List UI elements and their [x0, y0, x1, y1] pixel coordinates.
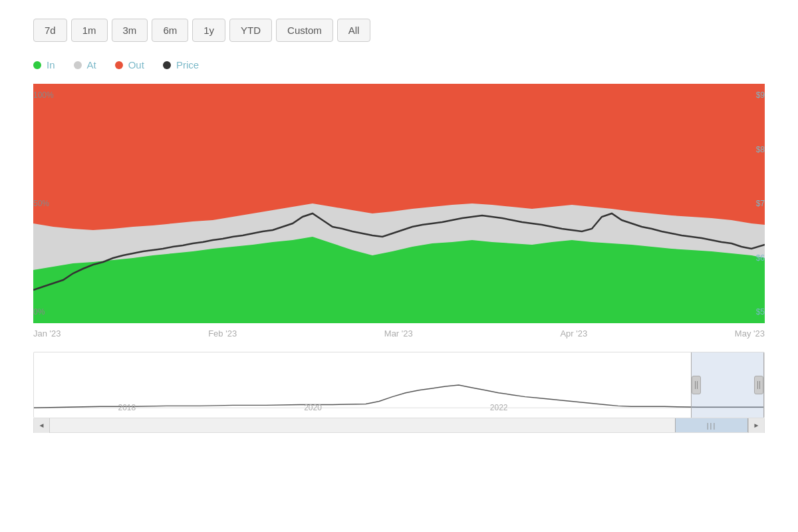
scroll-thumb-icon: ||| — [707, 422, 717, 430]
legend-item-price: Price — [163, 59, 199, 70]
navigator-svg — [34, 352, 764, 418]
navigator-handle-right[interactable] — [754, 376, 763, 394]
chart-svg — [33, 84, 765, 323]
y-axis-right: $9 $8 $7 $6 $5 — [756, 84, 765, 323]
legend-dot-in — [33, 61, 41, 69]
navigator-handle-left[interactable] — [692, 376, 701, 394]
navigator-scrollbar: ◄ ||| ► — [33, 418, 765, 433]
main-chart: 100% 50% 0% $9 $8 $7 $6 $5 — [33, 84, 765, 323]
y-axis-left: 100% 50% 0% — [33, 84, 54, 323]
scroll-track: ||| — [50, 418, 748, 432]
y-label-9: $9 — [756, 90, 765, 100]
time-btn-custom[interactable]: Custom — [276, 19, 333, 42]
legend-dot-at — [74, 61, 82, 69]
time-btn-ytd[interactable]: YTD — [229, 19, 272, 42]
y-label-8: $8 — [756, 145, 765, 154]
legend-label-price: Price — [176, 59, 199, 70]
x-label-apr: Apr '23 — [560, 329, 587, 338]
legend-dot-price — [163, 61, 171, 69]
time-btn-all[interactable]: All — [337, 19, 371, 42]
navigator-selection[interactable] — [691, 352, 764, 418]
time-range-bar: 7d1m3m6m1yYTDCustomAll — [0, 0, 798, 53]
y-label-50: 50% — [33, 199, 54, 208]
scroll-thumb[interactable]: ||| — [675, 418, 748, 432]
scroll-left-button[interactable]: ◄ — [34, 418, 50, 433]
y-label-7: $7 — [756, 199, 765, 208]
x-label-jan: Jan '23 — [33, 329, 61, 338]
legend-item-in: In — [33, 59, 55, 70]
time-btn-7d[interactable]: 7d — [33, 19, 67, 42]
legend-label-out: Out — [128, 59, 144, 70]
navigator: 2018 2020 2022 x — [33, 352, 765, 418]
y-label-0: 0% — [33, 307, 54, 317]
legend-label-in: In — [47, 59, 55, 70]
legend-label-at: At — [87, 59, 96, 70]
legend-item-at: At — [74, 59, 96, 70]
legend-dot-out — [115, 61, 123, 69]
y-label-6: $6 — [756, 253, 765, 263]
y-label-5: $5 — [756, 307, 765, 317]
x-label-mar: Mar '23 — [384, 329, 413, 338]
scroll-right-button[interactable]: ► — [748, 418, 764, 433]
time-btn-6m[interactable]: 6m — [152, 19, 188, 42]
x-label-may: May '23 — [735, 329, 765, 338]
time-btn-3m[interactable]: 3m — [112, 19, 148, 42]
time-btn-1y[interactable]: 1y — [192, 19, 225, 42]
x-axis: Jan '23 Feb '23 Mar '23 Apr '23 May '23 — [0, 323, 798, 338]
legend: In At Out Price — [0, 53, 798, 84]
y-label-100: 100% — [33, 90, 54, 100]
legend-item-out: Out — [115, 59, 144, 70]
x-label-feb: Feb '23 — [208, 329, 237, 338]
time-btn-1m[interactable]: 1m — [71, 19, 108, 42]
